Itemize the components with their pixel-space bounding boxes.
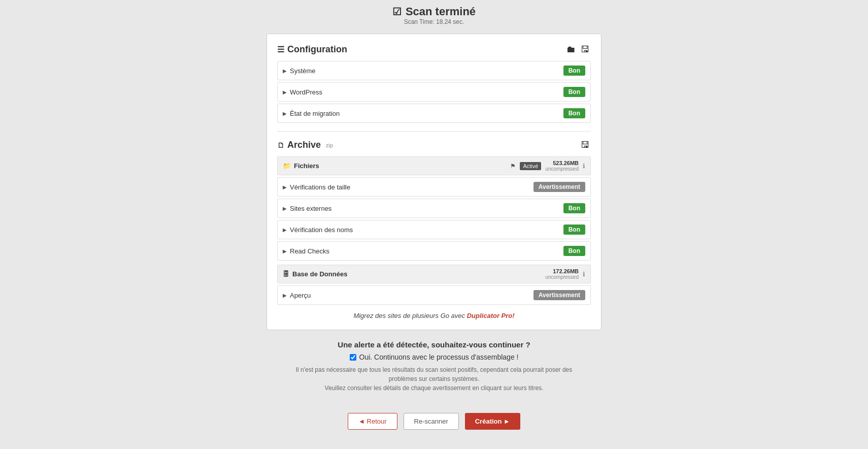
arrow-icon: ▶ (283, 89, 287, 95)
db-section-header: 🗄 Base de Données 172.26MB uncompressed … (277, 265, 591, 283)
promo-label: Migrez des sites de plusieurs Go avec (353, 312, 466, 319)
config-row-label: État de migration (290, 110, 340, 117)
alert-note: Il n'est pas nécessaire que tous les rés… (282, 365, 586, 393)
files-info-icon[interactable]: ℹ (583, 163, 585, 170)
archive-title-text: Archive (287, 140, 321, 150)
archive-row-apercu[interactable]: ▶ Aperçu Avertissement (277, 285, 591, 305)
db-size-sub: uncompressed (545, 274, 579, 280)
buttons-row: ◄ Retour Re-scanner Création ► (348, 413, 520, 430)
status-badge-verif-noms: Bon (563, 224, 585, 235)
arrow-icon: ▶ (283, 248, 287, 254)
configuration-section-header: ☰ Configuration 🖿 🖫 (277, 44, 591, 55)
alert-section: Une alerte a été détectée, souhaitez-vou… (282, 340, 586, 393)
actif-badge: Activé (520, 162, 541, 170)
status-badge-read-checks: Bon (563, 246, 585, 256)
archive-row-verif-taille[interactable]: ▶ Vérifications de taille Avertissement (277, 177, 591, 197)
archive-title: 🗋 Archive zip (277, 140, 333, 150)
promo-text: Migrez des sites de plusieurs Go avec Du… (277, 312, 591, 319)
status-badge-migration: Bon (563, 108, 585, 118)
db-info-icon[interactable]: ℹ (583, 271, 585, 278)
page-header: ☑ Scan terminé Scan Time: 18.24 sec. (392, 5, 476, 25)
config-row-migration[interactable]: ▶ État de migration Bon (277, 104, 591, 123)
config-row-wordpress[interactable]: ▶ WordPress Bon (277, 82, 591, 102)
db-label: Base de Données (292, 270, 347, 278)
checkmark-icon: ☑ (392, 6, 402, 18)
arrow-icon: ▶ (283, 111, 287, 116)
rescan-button[interactable]: Re-scanner (404, 413, 459, 430)
files-size-main: 523.26MB (545, 160, 579, 166)
archive-row-sites-externes[interactable]: ▶ Sites externes Bon (277, 199, 591, 218)
status-badge-sites-externes: Bon (563, 203, 585, 213)
archive-row-read-checks[interactable]: ▶ Read Checks Bon (277, 241, 591, 261)
creation-button[interactable]: Création ► (465, 413, 520, 430)
alert-title: Une alerte a été détectée, souhaitez-vou… (282, 340, 586, 349)
folder-icon: 📁 (283, 162, 291, 170)
archive-section-header: 🗋 Archive zip 🖫 (277, 140, 591, 150)
config-row-systeme[interactable]: ▶ Système Bon (277, 61, 591, 80)
alert-note-line1: Il n'est pas nécessaire que tous les rés… (296, 366, 573, 382)
archive-row-label: Vérifications de taille (290, 183, 350, 191)
archive-icon: 🗋 (277, 141, 284, 149)
list-icon: ☰ (277, 45, 284, 54)
db-icon: 🗄 (283, 270, 289, 278)
scan-time: Scan Time: 18.24 sec. (392, 18, 476, 25)
arrow-icon: ▶ (283, 68, 287, 74)
config-row-label: WordPress (290, 88, 322, 96)
alert-checkbox-label: Oui. Continuons avec le processus d'asse… (359, 353, 519, 361)
alert-checkbox-row: Oui. Continuons avec le processus d'asse… (282, 353, 586, 361)
archive-row-verif-noms[interactable]: ▶ Vérification des noms Bon (277, 220, 591, 239)
configuration-actions: 🖿 🖫 (565, 44, 591, 55)
config-row-label: Système (290, 67, 316, 75)
files-section-header: 📁 Fichiers ⚑ Activé 523.26MB uncompresse… (277, 156, 591, 175)
status-badge-apercu: Avertissement (533, 290, 585, 300)
main-card: ☰ Configuration 🖿 🖫 ▶ Système Bon ▶ Word… (266, 34, 602, 330)
config-action-1-button[interactable]: 🖿 (565, 44, 577, 55)
arrow-icon: ▶ (283, 227, 287, 233)
arrow-icon: ▶ (283, 293, 287, 298)
alert-note-line2: Veuillez consulter les détails de chaque… (325, 384, 544, 392)
scan-title: ☑ Scan terminé (392, 5, 476, 18)
configuration-title-text: Configuration (287, 44, 347, 55)
db-size-main: 172.26MB (545, 268, 579, 274)
config-action-2-button[interactable]: 🖫 (580, 44, 591, 55)
duplicator-pro-link[interactable]: Duplicator Pro! (467, 312, 515, 319)
files-size-info: 523.26MB uncompressed (545, 160, 579, 172)
archive-row-label: Vérification des noms (290, 226, 353, 234)
filter-icon: ⚑ (510, 163, 516, 170)
back-button[interactable]: ◄ Retour (348, 413, 397, 430)
status-badge-wordpress: Bon (563, 87, 585, 97)
alert-checkbox[interactable] (350, 354, 356, 361)
archive-row-label: Read Checks (290, 247, 329, 255)
arrow-icon: ▶ (283, 206, 287, 211)
archive-actions: 🖫 (580, 140, 591, 150)
status-badge-verif-taille: Avertissement (533, 182, 585, 192)
section-divider (277, 131, 591, 132)
archive-row-label: Sites externes (290, 205, 331, 212)
files-label: Fichiers (294, 162, 319, 170)
arrow-icon: ▶ (283, 184, 287, 190)
db-size-info: 172.26MB uncompressed (545, 268, 579, 280)
scan-title-text: Scan terminé (406, 5, 476, 18)
status-badge-systeme: Bon (563, 66, 585, 76)
configuration-title: ☰ Configuration (277, 44, 347, 55)
archive-zip-label: zip (326, 142, 333, 148)
archive-action-button[interactable]: 🖫 (580, 140, 591, 150)
archive-row-label: Aperçu (290, 292, 311, 299)
files-size-sub: uncompressed (545, 166, 579, 172)
